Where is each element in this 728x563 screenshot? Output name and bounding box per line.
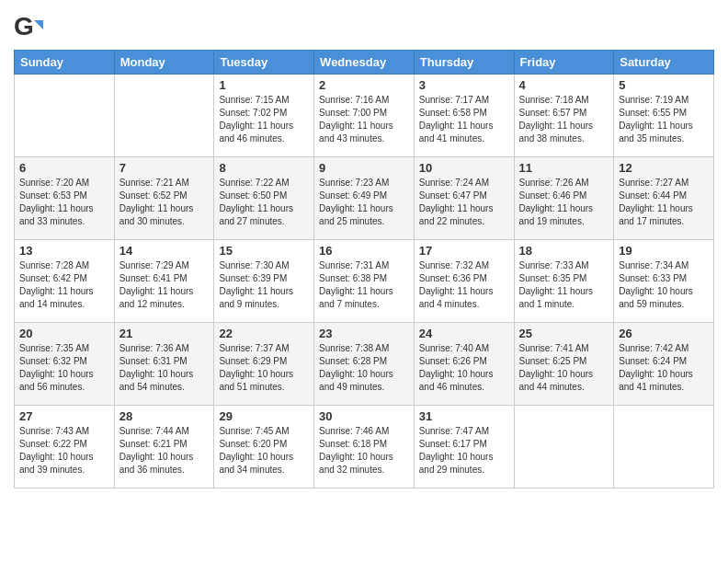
calendar-cell: 4Sunrise: 7:18 AM Sunset: 6:57 PM Daylig… [514, 75, 614, 157]
day-number: 23 [319, 327, 409, 340]
calendar-week-row: 6Sunrise: 7:20 AM Sunset: 6:53 PM Daylig… [15, 157, 714, 240]
day-info: Sunrise: 7:23 AM Sunset: 6:49 PM Dayligh… [319, 177, 409, 228]
calendar-week-row: 13Sunrise: 7:28 AM Sunset: 6:42 PM Dayli… [15, 240, 714, 323]
calendar-cell: 18Sunrise: 7:33 AM Sunset: 6:35 PM Dayli… [514, 240, 614, 323]
day-info: Sunrise: 7:26 AM Sunset: 6:46 PM Dayligh… [519, 177, 609, 228]
day-number: 14 [119, 244, 210, 258]
day-info: Sunrise: 7:20 AM Sunset: 6:53 PM Dayligh… [19, 177, 109, 228]
svg-marker-1 [34, 20, 43, 29]
day-number: 11 [519, 161, 609, 175]
calendar-cell: 30Sunrise: 7:46 AM Sunset: 6:18 PM Dayli… [314, 406, 415, 488]
day-info: Sunrise: 7:28 AM Sunset: 6:42 PM Dayligh… [19, 259, 109, 311]
calendar-cell: 6Sunrise: 7:20 AM Sunset: 6:53 PM Daylig… [15, 157, 115, 240]
day-info: Sunrise: 7:40 AM Sunset: 6:26 PM Dayligh… [419, 342, 509, 394]
calendar-cell: 26Sunrise: 7:42 AM Sunset: 6:24 PM Dayli… [614, 323, 714, 406]
day-info: Sunrise: 7:33 AM Sunset: 6:35 PM Dayligh… [519, 259, 609, 311]
day-info: Sunrise: 7:30 AM Sunset: 6:39 PM Dayligh… [219, 259, 309, 311]
calendar-cell: 12Sunrise: 7:27 AM Sunset: 6:44 PM Dayli… [614, 157, 714, 240]
calendar-cell: 25Sunrise: 7:41 AM Sunset: 6:25 PM Dayli… [514, 323, 614, 406]
day-info: Sunrise: 7:31 AM Sunset: 6:38 PM Dayligh… [319, 259, 409, 311]
day-info: Sunrise: 7:42 AM Sunset: 6:24 PM Dayligh… [619, 342, 709, 394]
logo: G [14, 13, 47, 42]
day-info: Sunrise: 7:29 AM Sunset: 6:41 PM Dayligh… [119, 259, 210, 311]
day-number: 18 [519, 244, 609, 258]
calendar-cell: 31Sunrise: 7:47 AM Sunset: 6:17 PM Dayli… [414, 406, 514, 488]
calendar-cell: 22Sunrise: 7:37 AM Sunset: 6:29 PM Dayli… [214, 323, 314, 406]
calendar-cell: 20Sunrise: 7:35 AM Sunset: 6:32 PM Dayli… [15, 323, 115, 406]
day-info: Sunrise: 7:18 AM Sunset: 6:57 PM Dayligh… [519, 94, 609, 145]
day-info: Sunrise: 7:27 AM Sunset: 6:44 PM Dayligh… [619, 177, 709, 228]
day-number: 20 [19, 327, 109, 340]
day-number: 28 [119, 409, 210, 423]
calendar-cell [15, 75, 115, 157]
day-number: 29 [219, 409, 309, 423]
day-number: 27 [19, 409, 109, 423]
day-info: Sunrise: 7:21 AM Sunset: 6:52 PM Dayligh… [119, 177, 210, 228]
day-info: Sunrise: 7:46 AM Sunset: 6:18 PM Dayligh… [319, 425, 409, 477]
calendar-cell: 5Sunrise: 7:19 AM Sunset: 6:55 PM Daylig… [614, 75, 714, 157]
day-info: Sunrise: 7:38 AM Sunset: 6:28 PM Dayligh… [319, 342, 409, 394]
calendar-week-row: 27Sunrise: 7:43 AM Sunset: 6:22 PM Dayli… [15, 406, 714, 488]
day-number: 31 [419, 409, 509, 423]
day-number: 8 [219, 161, 309, 175]
day-of-week-header: Saturday [614, 51, 714, 75]
logo-icon: G [14, 13, 43, 42]
day-of-week-header: Sunday [15, 51, 115, 75]
day-number: 4 [519, 78, 609, 92]
calendar-cell: 21Sunrise: 7:36 AM Sunset: 6:31 PM Dayli… [114, 323, 214, 406]
calendar-cell: 11Sunrise: 7:26 AM Sunset: 6:46 PM Dayli… [514, 157, 614, 240]
calendar-cell [114, 75, 214, 157]
day-number: 22 [219, 327, 309, 340]
calendar-cell: 1Sunrise: 7:15 AM Sunset: 7:02 PM Daylig… [214, 75, 314, 157]
day-number: 5 [619, 78, 709, 92]
calendar-cell: 17Sunrise: 7:32 AM Sunset: 6:36 PM Dayli… [414, 240, 514, 323]
day-info: Sunrise: 7:32 AM Sunset: 6:36 PM Dayligh… [419, 259, 509, 311]
day-info: Sunrise: 7:44 AM Sunset: 6:21 PM Dayligh… [119, 425, 210, 477]
day-info: Sunrise: 7:19 AM Sunset: 6:55 PM Dayligh… [619, 94, 709, 145]
calendar-cell: 8Sunrise: 7:22 AM Sunset: 6:50 PM Daylig… [214, 157, 314, 240]
calendar-cell: 28Sunrise: 7:44 AM Sunset: 6:21 PM Dayli… [114, 406, 214, 488]
day-info: Sunrise: 7:15 AM Sunset: 7:02 PM Dayligh… [219, 94, 309, 145]
day-number: 30 [319, 409, 409, 423]
calendar-cell: 9Sunrise: 7:23 AM Sunset: 6:49 PM Daylig… [314, 157, 415, 240]
day-number: 9 [319, 161, 409, 175]
day-number: 1 [219, 78, 309, 92]
calendar-cell: 2Sunrise: 7:16 AM Sunset: 7:00 PM Daylig… [314, 75, 415, 157]
calendar-cell: 27Sunrise: 7:43 AM Sunset: 6:22 PM Dayli… [15, 406, 115, 488]
day-info: Sunrise: 7:37 AM Sunset: 6:29 PM Dayligh… [219, 342, 309, 394]
calendar-cell [614, 406, 714, 488]
calendar-cell: 15Sunrise: 7:30 AM Sunset: 6:39 PM Dayli… [214, 240, 314, 323]
day-number: 15 [219, 244, 309, 258]
day-number: 6 [19, 161, 109, 175]
day-number: 21 [119, 327, 210, 340]
page-header: G [14, 9, 714, 42]
day-number: 24 [419, 327, 509, 340]
calendar-week-row: 20Sunrise: 7:35 AM Sunset: 6:32 PM Dayli… [15, 323, 714, 406]
calendar-cell: 16Sunrise: 7:31 AM Sunset: 6:38 PM Dayli… [314, 240, 415, 323]
day-number: 13 [19, 244, 109, 258]
calendar-cell: 7Sunrise: 7:21 AM Sunset: 6:52 PM Daylig… [114, 157, 214, 240]
day-number: 3 [419, 78, 509, 92]
svg-text:G: G [14, 13, 34, 40]
day-info: Sunrise: 7:34 AM Sunset: 6:33 PM Dayligh… [619, 259, 709, 311]
calendar-header-row: SundayMondayTuesdayWednesdayThursdayFrid… [15, 51, 714, 75]
day-info: Sunrise: 7:47 AM Sunset: 6:17 PM Dayligh… [419, 425, 509, 477]
day-number: 26 [619, 327, 709, 340]
day-info: Sunrise: 7:41 AM Sunset: 6:25 PM Dayligh… [519, 342, 609, 394]
calendar-cell: 3Sunrise: 7:17 AM Sunset: 6:58 PM Daylig… [414, 75, 514, 157]
calendar-cell: 29Sunrise: 7:45 AM Sunset: 6:20 PM Dayli… [214, 406, 314, 488]
calendar-cell: 23Sunrise: 7:38 AM Sunset: 6:28 PM Dayli… [314, 323, 415, 406]
calendar-cell: 19Sunrise: 7:34 AM Sunset: 6:33 PM Dayli… [614, 240, 714, 323]
day-info: Sunrise: 7:35 AM Sunset: 6:32 PM Dayligh… [19, 342, 109, 394]
day-of-week-header: Thursday [414, 51, 514, 75]
calendar-week-row: 1Sunrise: 7:15 AM Sunset: 7:02 PM Daylig… [15, 75, 714, 157]
calendar-cell: 24Sunrise: 7:40 AM Sunset: 6:26 PM Dayli… [414, 323, 514, 406]
day-number: 17 [419, 244, 509, 258]
day-info: Sunrise: 7:22 AM Sunset: 6:50 PM Dayligh… [219, 177, 309, 228]
day-number: 10 [419, 161, 509, 175]
day-number: 19 [619, 244, 709, 258]
day-info: Sunrise: 7:43 AM Sunset: 6:22 PM Dayligh… [19, 425, 109, 477]
day-of-week-header: Friday [514, 51, 614, 75]
day-info: Sunrise: 7:45 AM Sunset: 6:20 PM Dayligh… [219, 425, 309, 477]
day-number: 25 [519, 327, 609, 340]
